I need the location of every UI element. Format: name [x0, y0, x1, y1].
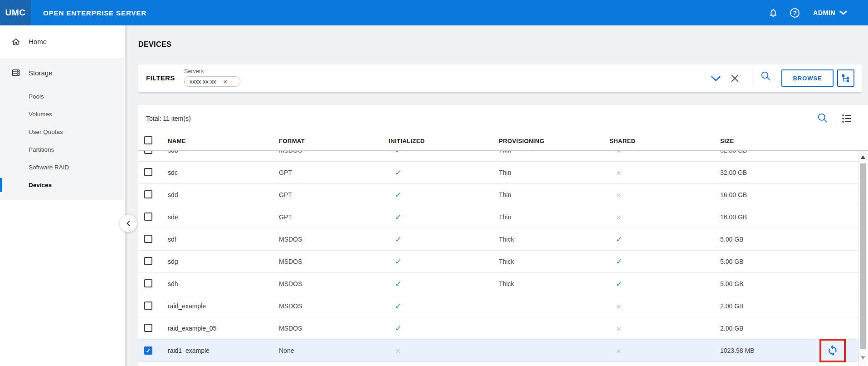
device-size: 32.00 GB [720, 151, 858, 154]
table-row[interactable]: raid1_example None × × 1023.98 MB [138, 340, 858, 362]
table-row[interactable]: sdc GPT ✓ Thin × 32.00 GB [138, 162, 858, 184]
device-size: 32.00 GB [720, 169, 858, 176]
device-name: raid1_example [168, 347, 279, 354]
table-row[interactable]: sdf MSDOS ✓ Thick ✓ 5.00 GB [138, 228, 858, 251]
sidebar-storage-group: Storage Pools Volumes User Quotas Partit… [0, 58, 125, 200]
scroll-up-arrow[interactable] [861, 155, 865, 159]
annotation-red-box [819, 339, 846, 362]
help-icon: ? [790, 8, 800, 18]
bell-icon [768, 8, 778, 18]
device-format: MSDOS [279, 236, 389, 243]
column-header-shared: SHARED [610, 138, 720, 144]
storage-icon [11, 68, 20, 77]
table-row[interactable]: sdd GPT ✓ Thin × 16.00 GB [138, 184, 858, 206]
table-row[interactable]: raid_example_05 MSDOS ✓ × 2.00 GB [138, 317, 858, 340]
refresh-button[interactable] [827, 345, 839, 356]
sidebar-item-storage[interactable]: Storage [0, 58, 125, 88]
sidebar-item-pools[interactable]: Pools [0, 88, 125, 105]
row-checkbox[interactable] [144, 151, 152, 154]
sidebar-item-partitions[interactable]: Partitions [0, 141, 125, 158]
initialized-status-icon: ✓ [389, 324, 499, 333]
sidebar-item-label: User Quotas [29, 129, 63, 135]
row-checkbox[interactable] [144, 324, 152, 332]
table-row[interactable]: sdg MSDOS ✓ Thick ✓ 5.00 GB [138, 251, 858, 273]
sidebar-item-label: Software RAID [29, 164, 69, 171]
sidebar-divider [125, 25, 128, 366]
column-header-name: NAME [168, 138, 279, 144]
table-row[interactable]: raid_example MSDOS ✓ × 2.00 GB [138, 295, 858, 317]
device-format: GPT [279, 191, 389, 198]
column-header-initialized: INITIALIZED [389, 138, 499, 144]
device-size: 5.00 GB [720, 258, 858, 265]
list-icon [841, 113, 853, 124]
help-button[interactable]: ? [790, 8, 813, 18]
row-checkbox[interactable] [144, 257, 152, 265]
table-toolbar: Total: 11 item(s) [138, 105, 868, 132]
sidebar-item-devices[interactable]: Devices [0, 176, 125, 194]
server-filter-chip[interactable]: xxxx-xx-xx × [184, 76, 240, 87]
filter-bar: FILTERS Servers xxxx-xx-xx × BROWSE [138, 64, 862, 92]
product-title: OPEN ENTERPRISE SERVER [43, 9, 146, 17]
top-bar: UMC OPEN ENTERPRISE SERVER ? ADMIN [0, 0, 868, 25]
table-header-row: NAME FORMAT INITIALIZED PROVISIONING SHA… [138, 132, 868, 151]
device-size: 16.00 GB [720, 213, 858, 221]
sidebar-item-user-quotas[interactable]: User Quotas [0, 123, 125, 141]
initialized-status-icon: ✓ [389, 235, 499, 244]
device-format: None [279, 347, 389, 354]
device-name: raid_example [168, 302, 279, 310]
device-name: raid_example_05 [168, 325, 279, 332]
table-row[interactable]: sde GPT ✓ Thin × 16.00 GB [138, 206, 858, 228]
select-all-checkbox[interactable] [144, 136, 152, 144]
row-checkbox[interactable] [144, 213, 152, 221]
device-provisioning: Thin [499, 213, 610, 221]
sidebar-item-home[interactable]: Home [0, 25, 125, 58]
row-checkbox[interactable] [144, 168, 152, 176]
servers-filter-field: Servers xxxx-xx-xx × [184, 68, 240, 87]
row-checkbox[interactable] [144, 302, 152, 310]
initialized-status-icon: ✓ [389, 168, 499, 178]
shared-status-icon: ✓ [610, 235, 720, 244]
device-name: sdf [168, 236, 279, 243]
filters-label: FILTERS [146, 74, 175, 82]
notifications-button[interactable] [768, 8, 778, 18]
scrollbar-thumb[interactable] [860, 163, 866, 349]
topbar-actions: ? ADMIN [768, 8, 868, 18]
row-checkbox[interactable] [144, 279, 152, 287]
device-size: 16.00 GB [720, 191, 858, 198]
device-name: sde [168, 213, 279, 221]
umc-logo[interactable]: UMC [0, 0, 31, 25]
row-checkbox[interactable] [144, 190, 152, 198]
sidebar-item-label: Partitions [29, 146, 54, 153]
sidebar-item-software-raid[interactable]: Software RAID [0, 158, 125, 176]
filter-expand-button[interactable] [711, 76, 721, 82]
chevron-left-icon [126, 220, 131, 227]
row-checkbox[interactable] [144, 346, 152, 355]
sidebar-collapse-button[interactable] [120, 215, 137, 232]
table-row[interactable]: sdh MSDOS ✓ Thick ✓ 5.00 GB [138, 273, 858, 295]
table-search-button[interactable] [817, 112, 829, 124]
shared-status-icon: × [610, 190, 720, 200]
initialized-status-icon: ✓ [389, 213, 499, 222]
browse-button[interactable]: BROWSE [781, 69, 834, 87]
umc-window: UMC OPEN ENTERPRISE SERVER ? ADMIN Home [0, 0, 868, 366]
table-row[interactable]: sdb MSDOS ✓ Thin × 32.00 GB [138, 151, 858, 162]
filter-search-button[interactable] [760, 70, 771, 82]
list-view-button[interactable] [841, 113, 853, 124]
device-provisioning: Thick [499, 258, 610, 265]
device-format: MSDOS [279, 258, 389, 265]
initialized-status-icon: × [389, 346, 499, 356]
tree-view-button[interactable] [837, 69, 854, 87]
tree-icon [841, 73, 851, 83]
device-format: MSDOS [279, 325, 389, 332]
filter-clear-button[interactable] [731, 74, 739, 83]
chip-remove-icon[interactable]: × [223, 78, 227, 85]
shared-status-icon: × [610, 151, 720, 155]
column-header-size: SIZE [720, 138, 868, 144]
shared-status-icon: × [610, 213, 720, 222]
user-menu[interactable]: ADMIN [813, 9, 847, 16]
row-checkbox[interactable] [144, 235, 152, 243]
servers-field-label: Servers [184, 68, 240, 74]
shared-status-icon: × [610, 302, 720, 311]
scroll-down-arrow[interactable] [861, 356, 865, 360]
sidebar-item-volumes[interactable]: Volumes [0, 105, 125, 123]
